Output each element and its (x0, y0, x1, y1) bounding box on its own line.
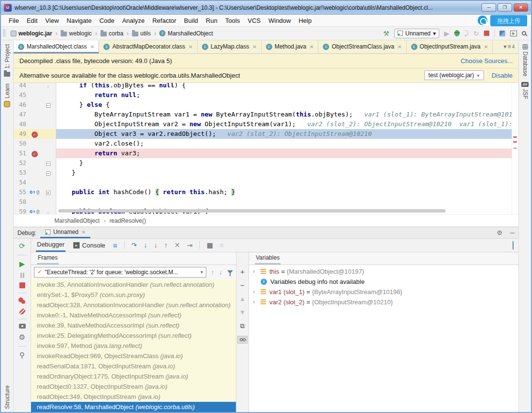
stack-frame-item[interactable]: readObject0:1327, ObjectInputStream (jav… (31, 381, 236, 392)
menu-window[interactable]: Window (265, 16, 295, 26)
code-line[interactable]: 44⌄ if (this.objBytes == null) { (14, 83, 512, 90)
show-watches-icon[interactable]: OO (237, 336, 247, 344)
debug-button[interactable] (454, 30, 460, 36)
editor-tab[interactable]: cMarshalledObject.class✕ (14, 40, 99, 53)
menu-file[interactable]: File (5, 16, 23, 26)
override-method-icon[interactable]: o↑ (30, 189, 35, 195)
fold-marker-icon[interactable]: ⌄ (47, 209, 49, 214)
add-watch-icon[interactable]: + (240, 268, 245, 275)
stack-frame-item[interactable]: invoke:39, NativeMethodAccessorImpl (sun… (31, 320, 236, 330)
menu-analyze[interactable]: Analyze (118, 16, 149, 26)
editor-gutter[interactable]: 50 (14, 139, 56, 149)
close-icon[interactable]: ✕ (310, 44, 314, 50)
code-line[interactable]: 54 (14, 178, 512, 187)
tool-window-structure[interactable]: Structure (4, 385, 11, 409)
code-line[interactable]: 58 (14, 197, 512, 207)
disable-link[interactable]: Disable (492, 72, 513, 79)
stack-frame-item[interactable]: invoke:35, AnnotationInvocationHandler (… (31, 280, 236, 290)
code-line[interactable]: 51✓ return var3; (14, 149, 512, 158)
fold-marker-icon[interactable]: − (46, 103, 50, 108)
stack-frame-item[interactable]: invoke:25, DelegatingMethodAccessorImpl … (31, 330, 236, 341)
menu-code[interactable]: Code (96, 16, 118, 26)
code-line[interactable]: 47 ByteArrayInputStream var1 = new ByteA… (14, 110, 512, 119)
breakpoint-icon[interactable]: ✓ (32, 132, 38, 138)
frames-tab[interactable]: Frames (31, 252, 236, 265)
close-icon[interactable]: ✕ (484, 44, 488, 50)
editor-gutter[interactable]: 52− (14, 158, 56, 168)
code-line[interactable]: 52− } (14, 158, 512, 168)
step-out-icon[interactable]: ↑ (164, 241, 167, 249)
settings-gear-icon[interactable]: ⚙ (497, 229, 502, 236)
force-step-into-icon[interactable]: ↓ (154, 241, 157, 249)
editor-gutter[interactable]: 59o↑@⌄ (14, 207, 56, 214)
menu-edit[interactable]: Edit (23, 16, 41, 26)
project-structure-icon[interactable] (499, 31, 505, 36)
editor-gutter[interactable]: 46− (14, 100, 56, 110)
expand-chevron-icon[interactable]: › (253, 298, 261, 305)
hide-library-frames-icon[interactable] (227, 270, 233, 274)
breadcrumb-method[interactable]: readResolve() (109, 217, 146, 224)
run-button[interactable]: ▶ (444, 30, 449, 37)
minimize-button[interactable]: ─ (482, 3, 496, 12)
code-line[interactable]: 48 ObjectInputStream var2 = new ObjectIn… (14, 119, 512, 129)
breadcrumb-item[interactable]: cMarshalledObject (158, 30, 214, 37)
menu-run[interactable]: Run (202, 16, 221, 26)
menu-refactor[interactable]: Refactor (149, 16, 180, 26)
menu-vcs[interactable]: VCS (244, 16, 265, 26)
breakpoint-icon[interactable]: ✓ (32, 151, 38, 157)
tool-window-jsf[interactable]: JSF (522, 89, 529, 99)
debug-session-tab[interactable]: Unnamed ✕ (40, 227, 90, 238)
tab-debugger[interactable]: Debugger (36, 239, 66, 252)
variable-row[interactable]: ›var2 (slot_2)={ObjectInputStream@10210} (249, 297, 518, 307)
editor-tab[interactable]: cObjectStreamClass.java✕ (318, 40, 406, 53)
menu-build[interactable]: Build (180, 16, 202, 26)
pause-icon[interactable] (20, 273, 24, 278)
fold-marker-icon[interactable]: ⌄ (47, 83, 49, 88)
close-icon[interactable]: ✕ (90, 44, 94, 50)
code-line[interactable]: 49✓ Object var3 = var2.readObject(); var… (14, 129, 512, 139)
maximize-button[interactable]: ❐ (498, 3, 512, 12)
editor-gutter[interactable]: 48 (14, 119, 56, 129)
breadcrumb-item[interactable]: utils (131, 30, 151, 37)
editor-tab[interactable]: cAbstractMapDecorator.class✕ (99, 40, 197, 53)
editor-gutter[interactable]: 45 (14, 90, 56, 100)
stack-frame-item[interactable]: readOrdinaryObject:1775, ObjectInputStre… (31, 371, 236, 381)
breadcrumb-class[interactable]: MarshalledObject (54, 217, 100, 224)
code-line[interactable]: 55o↑@+ public int hashCode() { return th… (14, 187, 512, 197)
override-method-icon[interactable]: o↑ (30, 209, 35, 214)
view-breakpoints-icon[interactable] (18, 297, 23, 302)
pin-icon[interactable]: ⚲ (19, 351, 25, 360)
code-line[interactable]: 46− } else { (14, 100, 512, 110)
horizontal-scrollbar[interactable] (58, 209, 446, 213)
editor-tab[interactable]: cObjectInputStream.java✕ (407, 40, 493, 53)
stack-frame-item[interactable]: readResolve:58, MarshalledObject (weblog… (31, 402, 236, 412)
close-button[interactable]: ✕ (514, 3, 528, 12)
step-into-icon[interactable]: ↓ (144, 241, 147, 249)
error-stripe[interactable] (512, 83, 518, 214)
editor-gutter[interactable]: 51✓ (14, 149, 56, 158)
drag-upload-button[interactable]: 拖拽上传 (490, 15, 527, 26)
restore-layout-icon[interactable] (513, 241, 514, 249)
previous-frame-icon[interactable]: ↑ (211, 268, 215, 276)
source-select-dropdown[interactable]: test (weblogic.jar) ▾ (424, 70, 484, 80)
thread-dropdown[interactable]: ✔ "ExecuteThread: '2' for queue: 'weblog… (34, 267, 206, 278)
stack-frame-item[interactable]: entrySet:-1, $Proxy57 (com.sun.proxy) (31, 290, 236, 300)
choose-sources-link[interactable]: Choose Sources... (461, 57, 513, 65)
resume-icon[interactable]: ▶ (19, 260, 25, 268)
tool-window-learn[interactable]: Learn (4, 83, 11, 99)
code-line[interactable]: 45 return null; (14, 90, 512, 100)
editor-gutter[interactable]: 53− (14, 168, 56, 178)
error-stripe-mark[interactable] (513, 141, 517, 143)
error-stripe-mark[interactable] (513, 136, 517, 138)
tool-window-project[interactable]: 1: Project (4, 44, 11, 69)
menu-view[interactable]: View (41, 16, 63, 26)
breadcrumb-item[interactable]: corba (100, 30, 124, 37)
debug-settings-gear-icon[interactable]: ⚙ (19, 333, 25, 342)
drop-frame-icon[interactable]: ✕ (174, 241, 180, 249)
variable-row[interactable]: ›this={MarshalledObject@10197} (249, 266, 518, 277)
variable-row[interactable]: ›var1 (slot_1)={ByteArrayInputStream@101… (249, 287, 518, 297)
breadcrumb-item[interactable]: weblogic (60, 30, 93, 37)
editor-gutter[interactable]: 54 (14, 178, 56, 187)
expand-chevron-icon[interactable]: › (253, 268, 261, 275)
breadcrumb-item[interactable]: weblogic.jar (10, 30, 53, 37)
